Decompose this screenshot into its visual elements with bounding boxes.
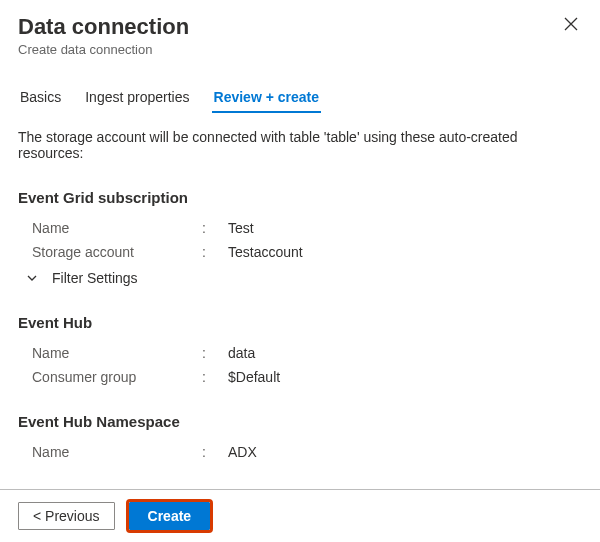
row-event-hub-ns-name: Name : ADX — [18, 440, 582, 464]
label-event-hub-consumer: Consumer group — [32, 369, 202, 385]
section-title-event-hub-namespace: Event Hub Namespace — [18, 413, 582, 430]
close-icon — [564, 17, 578, 31]
row-event-hub-name: Name : data — [18, 341, 582, 365]
colon: : — [202, 444, 228, 460]
close-button[interactable] — [560, 14, 582, 36]
page-title: Data connection — [18, 14, 189, 40]
value-event-hub-ns-name: ADX — [228, 444, 257, 460]
label-event-grid-storage: Storage account — [32, 244, 202, 260]
chevron-down-icon — [26, 272, 38, 284]
row-event-grid-name: Name : Test — [18, 216, 582, 240]
value-event-hub-name: data — [228, 345, 255, 361]
colon: : — [202, 369, 228, 385]
footer-bar: < Previous Create — [0, 489, 600, 542]
section-title-event-hub: Event Hub — [18, 314, 582, 331]
section-title-event-grid: Event Grid subscription — [18, 189, 582, 206]
label-event-hub-ns-name: Name — [32, 444, 202, 460]
row-event-grid-storage: Storage account : Testaccount — [18, 240, 582, 264]
filter-settings-label: Filter Settings — [52, 270, 138, 286]
row-event-hub-consumer: Consumer group : $Default — [18, 365, 582, 389]
colon: : — [202, 220, 228, 236]
value-event-hub-consumer: $Default — [228, 369, 280, 385]
section-event-hub: Event Hub Name : data Consumer group : $… — [18, 314, 582, 389]
label-event-hub-name: Name — [32, 345, 202, 361]
tab-ingest-properties[interactable]: Ingest properties — [83, 83, 191, 113]
filter-settings-expander[interactable]: Filter Settings — [18, 264, 582, 290]
review-info-text: The storage account will be connected wi… — [18, 129, 582, 161]
tab-basics[interactable]: Basics — [18, 83, 63, 113]
colon: : — [202, 345, 228, 361]
tab-bar: Basics Ingest properties Review + create — [18, 83, 582, 113]
create-button[interactable]: Create — [129, 502, 211, 530]
page-subtitle: Create data connection — [18, 42, 189, 57]
previous-button[interactable]: < Previous — [18, 502, 115, 530]
value-event-grid-storage: Testaccount — [228, 244, 303, 260]
tab-review-create[interactable]: Review + create — [212, 83, 321, 113]
label-event-grid-name: Name — [32, 220, 202, 236]
colon: : — [202, 244, 228, 260]
value-event-grid-name: Test — [228, 220, 254, 236]
section-event-grid: Event Grid subscription Name : Test Stor… — [18, 189, 582, 290]
section-event-hub-namespace: Event Hub Namespace Name : ADX — [18, 413, 582, 464]
